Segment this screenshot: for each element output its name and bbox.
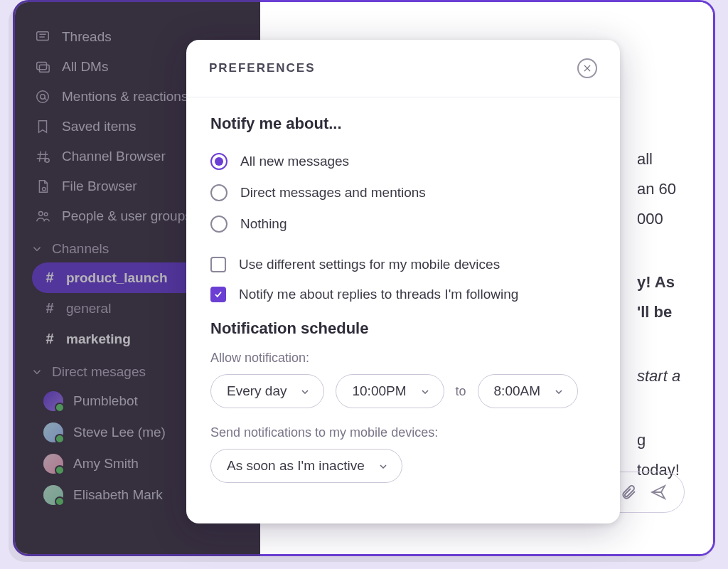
start-time-select[interactable]: 10:00PM <box>336 374 444 408</box>
at-icon <box>35 89 50 105</box>
sidebar-group-label: Direct mesages <box>52 364 146 380</box>
chevron-down-icon <box>378 460 389 472</box>
end-time-select[interactable]: 8:00AM <box>478 374 578 408</box>
checkbox-icon <box>210 257 226 272</box>
chevron-down-icon <box>31 243 43 255</box>
dm-label: Elisabeth Mark <box>73 487 163 503</box>
svg-point-7 <box>39 212 43 216</box>
radio-icon <box>210 184 228 201</box>
frequency-select[interactable]: Every day <box>210 374 324 408</box>
radio-all-messages[interactable]: All new messages <box>210 146 596 177</box>
svg-point-4 <box>41 95 45 99</box>
allow-notification-label: Allow notification: <box>210 351 596 366</box>
checkbox-thread-replies[interactable]: Notify me about replies to threads I'm f… <box>210 280 596 309</box>
chevron-down-icon <box>31 366 43 378</box>
channel-label: product_launch <box>66 270 168 286</box>
modal-header: PREFERENCES <box>186 40 620 97</box>
mobile-inactive-select[interactable]: As soon as I'm inactive <box>210 449 402 483</box>
modal-body: Notify me about... All new messages Dire… <box>186 97 620 500</box>
radio-label: All new messages <box>240 154 349 169</box>
sidebar-item-label: Mentions & reactions <box>62 89 188 105</box>
dm-label: Amy Smith <box>73 456 139 472</box>
avatar <box>43 454 63 474</box>
select-value: 8:00AM <box>494 383 540 399</box>
modal-title: PREFERENCES <box>209 61 316 75</box>
avatar <box>43 391 63 411</box>
radio-label: Direct messages and mentions <box>240 185 426 201</box>
dm-label: Pumblebot <box>73 393 138 409</box>
notify-section-title: Notify me about... <box>210 115 596 133</box>
sidebar-item-label: Saved items <box>62 119 136 134</box>
dm-label: Steve Lee (me) <box>73 425 166 440</box>
svg-point-8 <box>44 213 48 216</box>
preferences-modal: PREFERENCES Notify me about... All new m… <box>186 40 620 523</box>
people-icon <box>35 208 50 224</box>
hash-icon: # <box>43 270 56 286</box>
hash-icon: # <box>43 331 56 347</box>
svg-point-6 <box>43 187 46 191</box>
svg-point-5 <box>46 159 49 163</box>
avatar <box>43 485 63 505</box>
sidebar-item-label: All DMs <box>62 59 108 75</box>
sidebar-item-label: People & user groups <box>62 208 192 224</box>
threads-icon <box>35 29 50 45</box>
schedule-section-title: Notification schedule <box>210 319 596 338</box>
channel-browser-icon <box>35 149 50 164</box>
svg-rect-2 <box>39 65 49 72</box>
chevron-down-icon <box>299 385 311 397</box>
close-icon <box>582 63 592 73</box>
checkbox-icon <box>210 287 226 302</box>
close-button[interactable] <box>577 58 597 78</box>
chevron-down-icon <box>419 385 431 397</box>
dms-icon <box>35 59 50 75</box>
attachment-icon[interactable] <box>620 484 637 501</box>
sidebar-item-label: Threads <box>62 29 112 45</box>
checkbox-label: Notify me about replies to threads I'm f… <box>239 287 518 302</box>
select-value: 10:00PM <box>352 383 406 399</box>
svg-rect-0 <box>37 32 49 41</box>
radio-icon <box>210 153 228 170</box>
svg-rect-1 <box>37 63 47 70</box>
hash-icon: # <box>43 300 56 317</box>
file-browser-icon <box>35 179 50 194</box>
mobile-send-label: Send notifications to my mobile devices: <box>210 425 596 440</box>
sidebar-item-label: File Browser <box>62 179 137 194</box>
sidebar-group-label: Channels <box>52 241 109 257</box>
radio-icon <box>210 216 228 233</box>
select-value: As soon as I'm inactive <box>227 458 365 474</box>
channel-label: general <box>66 301 111 317</box>
checkbox-mobile-diff[interactable]: Use different settings for my mobile dev… <box>210 250 596 280</box>
select-value: Every day <box>227 383 287 399</box>
sidebar-item-label: Channel Browser <box>62 149 166 164</box>
channel-label: marketing <box>66 331 131 347</box>
radio-dm-mentions[interactable]: Direct messages and mentions <box>210 177 596 208</box>
radio-label: Nothing <box>240 216 287 232</box>
radio-nothing[interactable]: Nothing <box>210 208 596 240</box>
avatar <box>43 422 63 442</box>
to-label: to <box>456 384 466 399</box>
send-icon[interactable] <box>650 484 667 501</box>
svg-point-3 <box>37 91 49 103</box>
chevron-down-icon <box>553 385 564 397</box>
bookmark-icon <box>35 119 50 134</box>
checkbox-label: Use different settings for my mobile dev… <box>239 257 500 272</box>
schedule-row: Every day 10:00PM to 8:00AM <box>210 374 596 408</box>
